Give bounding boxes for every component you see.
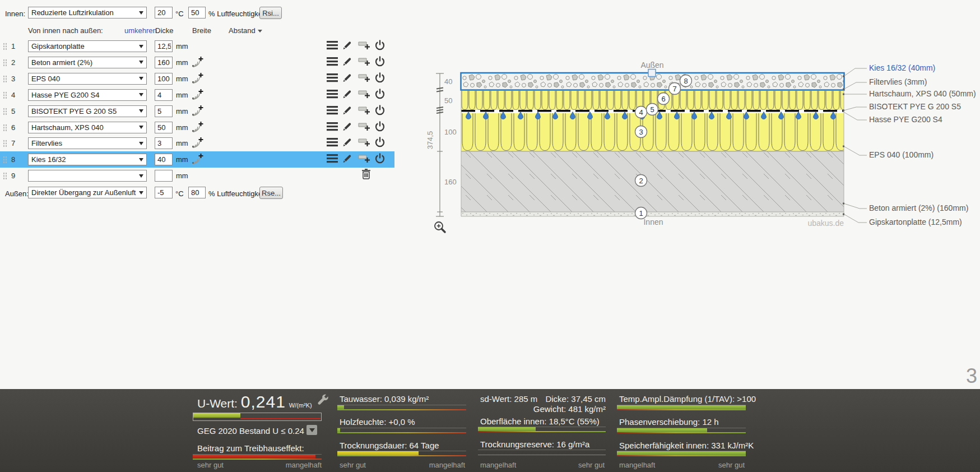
material-select[interactable]: Hartschaum, XPS 040 (28, 122, 147, 133)
thickness-input[interactable] (155, 57, 173, 68)
material-select[interactable] (28, 170, 147, 182)
add-layer-icon[interactable] (358, 105, 371, 117)
dropdown-arrow-icon (309, 428, 315, 432)
row-menu-icon[interactable] (327, 137, 338, 149)
toggle-layer-icon[interactable] (374, 121, 386, 134)
material-select[interactable]: Hasse PYE G200 S4 (28, 89, 147, 101)
layer-beton[interactable] (461, 151, 844, 212)
thickness-input[interactable] (155, 89, 173, 101)
rsi-button[interactable]: Rsi... (259, 7, 282, 19)
label-beton[interactable]: Beton armiert (2%) (160mm) (869, 203, 968, 212)
innen-temperature-input[interactable] (155, 7, 173, 18)
material-select[interactable]: EPS 040 (28, 73, 147, 85)
add-layer-icon[interactable] (358, 72, 371, 85)
dicke-text: Dicke: 37,45 cm (545, 394, 606, 404)
rse-button[interactable]: Rse... (259, 187, 283, 199)
uwert-label: U-Wert: (197, 397, 238, 410)
zoom-in-icon[interactable] (435, 222, 445, 232)
marker-number: 5 (650, 105, 654, 114)
aussen-temperature-input[interactable] (155, 187, 173, 198)
label-eps[interactable]: EPS 040 (100mm) (869, 150, 933, 159)
toggle-layer-icon[interactable] (374, 153, 386, 166)
label-hasse[interactable]: Hasse PYE G200 S4 (869, 115, 942, 124)
label-kies[interactable]: Kies 16/32 (40mm) (869, 63, 935, 72)
thickness-input[interactable] (155, 73, 173, 85)
edit-pencil-icon[interactable] (342, 121, 352, 133)
material-select[interactable]: BISOTEKT PYE G 200 S5 (28, 105, 147, 117)
add-layer-icon[interactable] (358, 137, 371, 149)
add-layer-icon[interactable] (358, 121, 371, 133)
edit-pencil-icon[interactable] (342, 153, 352, 165)
label-filtervlies[interactable]: Filtervlies (3mm) (869, 77, 927, 86)
thickness-input[interactable] (155, 105, 173, 117)
drag-handle-icon[interactable] (3, 75, 7, 83)
drag-handle-icon[interactable] (3, 156, 7, 164)
drag-handle-icon[interactable] (3, 108, 7, 115)
add-hatch-icon[interactable] (192, 105, 203, 118)
row-menu-icon[interactable] (327, 89, 338, 100)
abstand-header[interactable]: Abstand (229, 26, 262, 35)
thickness-input[interactable] (155, 170, 173, 182)
drag-handle-icon[interactable] (3, 43, 7, 50)
material-select[interactable]: Filtervlies (28, 137, 147, 149)
aussen-condition-select[interactable]: Direkter Übergang zur Außenluft (28, 187, 147, 198)
material-select[interactable]: Kies 16/32 (28, 154, 147, 165)
row-menu-icon[interactable] (327, 154, 338, 165)
toggle-layer-icon[interactable] (374, 40, 386, 53)
edit-pencil-icon[interactable] (342, 105, 352, 117)
edit-pencil-icon[interactable] (342, 89, 352, 101)
delete-row-icon[interactable] (361, 169, 371, 181)
row-menu-icon[interactable] (327, 73, 338, 84)
add-layer-icon[interactable] (358, 89, 371, 101)
innen-humidity-unit: % Luftfeuchtigkeit (208, 10, 266, 18)
add-hatch-icon[interactable] (192, 153, 203, 166)
toggle-layer-icon[interactable] (374, 72, 386, 85)
toggle-layer-icon[interactable] (374, 105, 386, 118)
edit-pencil-icon[interactable] (342, 72, 352, 85)
row-menu-icon[interactable] (327, 105, 338, 117)
thickness-input[interactable] (155, 137, 173, 149)
toggle-layer-icon[interactable] (374, 56, 386, 69)
toggle-layer-icon[interactable] (374, 137, 386, 150)
label-gips[interactable]: Gipskartonplatte (12,5mm) (869, 218, 962, 226)
standard-dropdown-button[interactable] (306, 425, 317, 435)
add-hatch-icon[interactable] (192, 89, 203, 101)
drag-handle-icon[interactable] (3, 59, 7, 67)
material-select[interactable]: Beton armiert (2%) (28, 57, 147, 68)
row-menu-icon[interactable] (327, 40, 338, 52)
add-layer-icon[interactable] (358, 153, 371, 165)
drag-handle-icon[interactable] (3, 124, 7, 132)
drag-handle-icon[interactable] (3, 91, 7, 99)
layer-gips[interactable] (461, 212, 844, 216)
innen-condition-select[interactable]: Reduzierte Luftzirkulation (28, 7, 147, 18)
selected-layer-handle[interactable] (648, 70, 656, 77)
row-menu-icon[interactable] (327, 122, 338, 133)
innen-side-label: Innen (643, 218, 663, 226)
row-menu-icon[interactable] (327, 57, 338, 68)
thickness-input[interactable] (155, 154, 173, 165)
drag-handle-icon[interactable] (3, 140, 7, 147)
add-hatch-icon[interactable] (192, 72, 203, 85)
toggle-layer-icon[interactable] (374, 89, 386, 101)
thickness-input[interactable] (155, 122, 173, 133)
add-layer-icon[interactable] (358, 56, 371, 68)
label-xps[interactable]: Hartschaum, XPS 040 (50mm) (869, 89, 976, 98)
edit-pencil-icon[interactable] (342, 56, 352, 68)
edit-pencil-icon[interactable] (342, 40, 352, 52)
material-select[interactable]: Gipskartonplatte (28, 40, 147, 52)
scale-right: mangelhaft (429, 461, 465, 469)
reverse-link[interactable]: umkehren (124, 26, 157, 35)
layer-number: 8 (8, 155, 18, 164)
edit-pencil-icon[interactable] (342, 137, 352, 149)
add-hatch-icon[interactable] (192, 56, 203, 69)
aussen-humidity-input[interactable] (188, 187, 206, 198)
label-bisotekt[interactable]: BISOTEKT PYE G 200 S5 (869, 102, 961, 111)
add-hatch-icon[interactable] (192, 137, 203, 150)
wrench-icon[interactable] (317, 394, 329, 406)
sd-wert-text: sd-Wert: 285 m (480, 394, 537, 404)
thickness-input[interactable] (155, 40, 173, 52)
add-hatch-icon[interactable] (192, 121, 203, 134)
innen-humidity-input[interactable] (188, 7, 206, 18)
drag-handle-icon[interactable] (3, 172, 7, 180)
add-layer-icon[interactable] (358, 40, 371, 52)
